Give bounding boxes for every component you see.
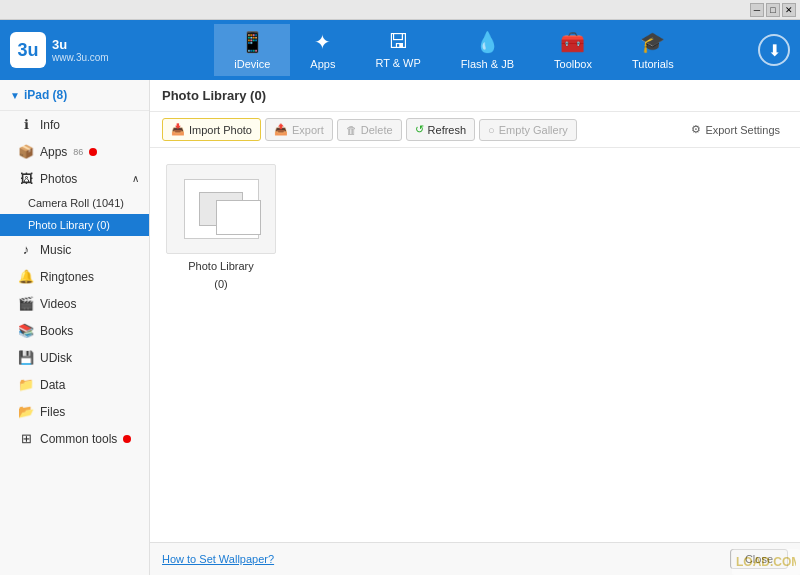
sidebar-item-data[interactable]: 📁 Data (0, 371, 149, 398)
import-label: Import Photo (189, 124, 252, 136)
refresh-label: Refresh (428, 124, 467, 136)
svg-text:LOAD.COM: LOAD.COM (736, 555, 796, 569)
logo-icon: 3u (10, 32, 46, 68)
empty-gallery-button[interactable]: ○ Empty Gallery (479, 119, 577, 141)
minimize-button[interactable]: ─ (750, 3, 764, 17)
sidebar-subitem-camera-roll[interactable]: Camera Roll (1041) (0, 192, 149, 214)
files-icon: 📂 (18, 404, 34, 419)
logo-text: 3u (52, 37, 109, 53)
delete-icon: 🗑 (346, 124, 357, 136)
nav-idevice-label: iDevice (234, 58, 270, 70)
sidebar-item-common-tools[interactable]: ⊞ Common tools (0, 425, 149, 452)
empty-gallery-icon: ○ (488, 124, 495, 136)
toolbox-icon: 🧰 (560, 30, 585, 54)
nav-rtwp-label: RT & WP (375, 57, 420, 69)
idevice-icon: 📱 (240, 30, 265, 54)
sidebar-udisk-label: UDisk (40, 351, 72, 365)
title-bar: ─ □ ✕ (0, 0, 800, 20)
export-label: Export (292, 124, 324, 136)
logo-area: 3u 3u www.3u.com (10, 32, 150, 68)
close-button[interactable]: ✕ (782, 3, 796, 17)
export-settings-label: Export Settings (705, 124, 780, 136)
content-title: Photo Library (0) (150, 80, 800, 112)
photo-library-thumb[interactable] (166, 164, 276, 254)
sidebar: ▼ iPad (8) ℹ Info 📦 Apps 86 🖼 Photos ∧ C… (0, 80, 150, 575)
common-tools-icon: ⊞ (18, 431, 34, 446)
books-icon: 📚 (18, 323, 34, 338)
sidebar-item-files[interactable]: 📂 Files (0, 398, 149, 425)
common-tools-badge (123, 435, 131, 443)
sidebar-item-info[interactable]: ℹ Info (0, 111, 149, 138)
sidebar-item-music[interactable]: ♪ Music (0, 236, 149, 263)
nav-rtwp[interactable]: 🖫 RT & WP (355, 24, 440, 76)
refresh-icon: ↺ (415, 123, 424, 136)
watermark: LOAD.COM (732, 549, 800, 575)
sidebar-subitem-photo-library[interactable]: Photo Library (0) (0, 214, 149, 236)
main-layout: ▼ iPad (8) ℹ Info 📦 Apps 86 🖼 Photos ∧ C… (0, 80, 800, 575)
logo-website: www.3u.com (52, 52, 109, 63)
sidebar-info-label: Info (40, 118, 60, 132)
sidebar-data-label: Data (40, 378, 65, 392)
sidebar-photos-label: Photos (40, 172, 77, 186)
sidebar-item-ringtones[interactable]: 🔔 Ringtones (0, 263, 149, 290)
device-header: ▼ iPad (8) (0, 80, 149, 111)
nav-bar: 📱 iDevice ✦ Apps 🖫 RT & WP 💧 Flash & JB … (150, 24, 758, 76)
nav-tutorials-label: Tutorials (632, 58, 674, 70)
refresh-button[interactable]: ↺ Refresh (406, 118, 476, 141)
maximize-button[interactable]: □ (766, 3, 780, 17)
device-arrow-icon: ▼ (10, 90, 20, 101)
photo-library-count: (0) (214, 278, 227, 290)
device-label: iPad (8) (24, 88, 67, 102)
sidebar-files-label: Files (40, 405, 65, 419)
apps-sidebar-icon: 📦 (18, 144, 34, 159)
flashjb-icon: 💧 (475, 30, 500, 54)
rtwp-icon: 🖫 (388, 30, 408, 53)
nav-tutorials[interactable]: 🎓 Tutorials (612, 24, 694, 76)
photo-thumb-overlay (216, 200, 261, 235)
action-bar: 📥 Import Photo 📤 Export 🗑 Delete ↺ Refre… (150, 112, 800, 148)
export-settings-button[interactable]: ⚙ Export Settings (683, 119, 788, 140)
nav-apps[interactable]: ✦ Apps (290, 24, 355, 76)
delete-label: Delete (361, 124, 393, 136)
window-controls[interactable]: ─ □ ✕ (750, 3, 796, 17)
data-icon: 📁 (18, 377, 34, 392)
music-icon: ♪ (18, 242, 34, 257)
sidebar-music-label: Music (40, 243, 71, 257)
photos-sidebar-icon: 🖼 (18, 171, 34, 186)
apps-icon: ✦ (314, 30, 331, 54)
sidebar-item-videos[interactable]: 🎬 Videos (0, 290, 149, 317)
nav-apps-label: Apps (310, 58, 335, 70)
nav-idevice[interactable]: 📱 iDevice (214, 24, 290, 76)
nav-toolbox[interactable]: 🧰 Toolbox (534, 24, 612, 76)
udisk-icon: 💾 (18, 350, 34, 365)
import-photo-button[interactable]: 📥 Import Photo (162, 118, 261, 141)
photo-library-label: Photo Library (0) (28, 219, 110, 231)
sidebar-common-tools-label: Common tools (40, 432, 117, 446)
gallery-area: Photo Library (0) (150, 148, 800, 542)
camera-roll-label: Camera Roll (1041) (28, 197, 124, 209)
sidebar-books-label: Books (40, 324, 73, 338)
wallpaper-link[interactable]: How to Set Wallpaper? (162, 553, 274, 565)
toolbar: 3u 3u www.3u.com 📱 iDevice ✦ Apps 🖫 RT &… (0, 20, 800, 80)
export-button[interactable]: 📤 Export (265, 118, 333, 141)
nav-flashjb[interactable]: 💧 Flash & JB (441, 24, 534, 76)
info-icon: ℹ (18, 117, 34, 132)
photo-library-name: Photo Library (188, 260, 253, 272)
download-button[interactable]: ⬇ (758, 34, 790, 66)
sidebar-item-udisk[interactable]: 💾 UDisk (0, 344, 149, 371)
photos-expand-icon: ∧ (132, 173, 139, 184)
sidebar-item-apps[interactable]: 📦 Apps 86 (0, 138, 149, 165)
sidebar-apps-label: Apps (40, 145, 67, 159)
sidebar-videos-label: Videos (40, 297, 76, 311)
sidebar-item-books[interactable]: 📚 Books (0, 317, 149, 344)
sidebar-item-photos[interactable]: 🖼 Photos ∧ (0, 165, 149, 192)
ringtones-icon: 🔔 (18, 269, 34, 284)
gear-icon: ⚙ (691, 123, 701, 136)
delete-button[interactable]: 🗑 Delete (337, 119, 402, 141)
import-icon: 📥 (171, 123, 185, 136)
tutorials-icon: 🎓 (640, 30, 665, 54)
apps-count: 86 (73, 147, 83, 157)
content-area: Photo Library (0) 📥 Import Photo 📤 Expor… (150, 80, 800, 575)
videos-icon: 🎬 (18, 296, 34, 311)
sidebar-ringtones-label: Ringtones (40, 270, 94, 284)
